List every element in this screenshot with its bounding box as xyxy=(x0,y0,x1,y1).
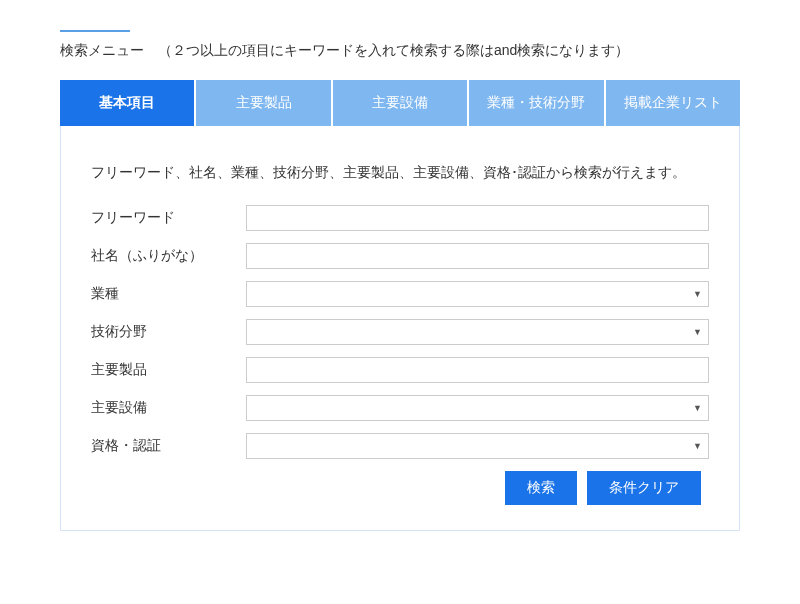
label-product: 主要製品 xyxy=(91,361,246,379)
input-product[interactable] xyxy=(246,357,709,383)
tab-label: 業種・技術分野 xyxy=(487,94,585,110)
input-company[interactable] xyxy=(246,243,709,269)
page-title: 検索メニュー （２つ以上の項目にキーワードを入れて検索する際はand検索になりま… xyxy=(60,42,740,60)
row-cert: 資格・認証 ▼ xyxy=(91,433,709,459)
input-freeword[interactable] xyxy=(246,205,709,231)
row-company: 社名（ふりがな） xyxy=(91,243,709,269)
label-cert: 資格・認証 xyxy=(91,437,246,455)
label-techfield: 技術分野 xyxy=(91,323,246,341)
select-techfield[interactable]: ▼ xyxy=(246,319,709,345)
tab-basic[interactable]: 基本項目 xyxy=(60,80,194,126)
section-rule xyxy=(60,30,130,32)
row-equipment: 主要設備 ▼ xyxy=(91,395,709,421)
tab-label: 掲載企業リスト xyxy=(624,94,722,110)
label-equipment: 主要設備 xyxy=(91,399,246,417)
tab-label: 主要製品 xyxy=(236,94,292,110)
label-freeword: フリーワード xyxy=(91,209,246,227)
tab-label: 基本項目 xyxy=(99,94,155,110)
tab-equipment[interactable]: 主要設備 xyxy=(333,80,467,126)
row-product: 主要製品 xyxy=(91,357,709,383)
row-techfield: 技術分野 ▼ xyxy=(91,319,709,345)
select-industry[interactable]: ▼ xyxy=(246,281,709,307)
chevron-down-icon: ▼ xyxy=(693,289,702,299)
tab-companylist[interactable]: 掲載企業リスト xyxy=(606,80,740,126)
search-panel: フリーワード、社名、業種、技術分野、主要製品、主要設備、資格･認証から検索が行え… xyxy=(60,126,740,531)
clear-button[interactable]: 条件クリア xyxy=(587,471,701,505)
search-button[interactable]: 検索 xyxy=(505,471,577,505)
select-cert[interactable]: ▼ xyxy=(246,433,709,459)
label-industry: 業種 xyxy=(91,285,246,303)
tabs: 基本項目 主要製品 主要設備 業種・技術分野 掲載企業リスト xyxy=(60,80,740,126)
tab-industry[interactable]: 業種・技術分野 xyxy=(469,80,603,126)
panel-description: フリーワード、社名、業種、技術分野、主要製品、主要設備、資格･認証から検索が行え… xyxy=(91,161,709,183)
label-company: 社名（ふりがな） xyxy=(91,247,246,265)
row-industry: 業種 ▼ xyxy=(91,281,709,307)
select-equipment[interactable]: ▼ xyxy=(246,395,709,421)
row-freeword: フリーワード xyxy=(91,205,709,231)
chevron-down-icon: ▼ xyxy=(693,327,702,337)
tab-products[interactable]: 主要製品 xyxy=(196,80,330,126)
tab-label: 主要設備 xyxy=(372,94,428,110)
chevron-down-icon: ▼ xyxy=(693,403,702,413)
button-row: 検索 条件クリア xyxy=(91,471,709,505)
chevron-down-icon: ▼ xyxy=(693,441,702,451)
